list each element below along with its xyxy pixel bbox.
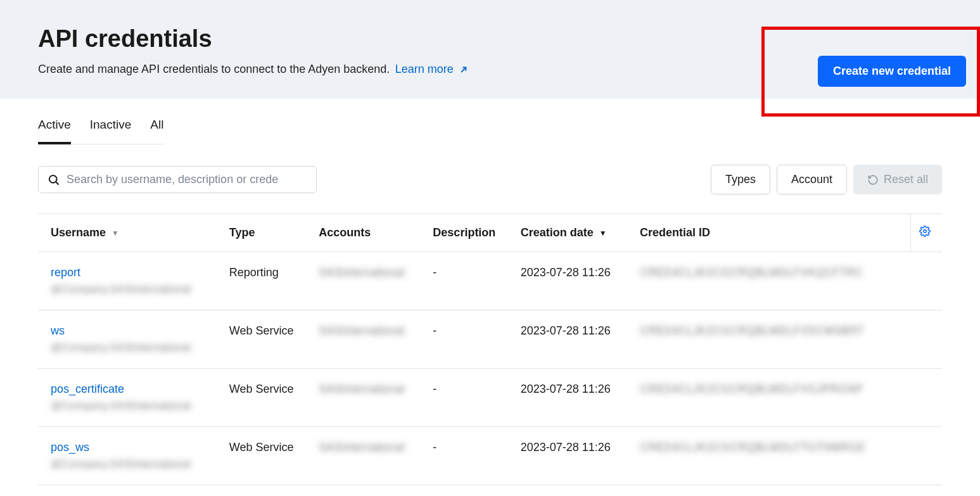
filter-group: Types Account Reset all [711,165,942,194]
reset-icon [867,174,879,186]
reset-all-button[interactable]: Reset all [853,165,942,194]
cell-accounts: SASInternational [312,369,426,427]
cell-accounts: SASInternational [312,310,426,369]
username-suffix: @Company.SASInternational [51,400,217,412]
col-description[interactable]: Description [426,214,514,252]
cell-accounts: SASInternational [312,427,426,485]
col-username[interactable]: Username ▼ [38,214,223,252]
filter-account-button[interactable]: Account [777,165,847,194]
username-link[interactable]: report [51,266,80,279]
cell-creation-date: 2023-07-28 11:26 [514,369,633,427]
filter-types-button[interactable]: Types [711,165,770,194]
table-row[interactable]: pos_certificate @Company.SASInternationa… [38,369,942,427]
col-creation-date[interactable]: Creation date ▼ [514,214,633,252]
sort-caret-icon: ▼ [111,229,119,238]
page-subtitle: Create and manage API credentials to con… [38,63,390,75]
table-row[interactable]: report @Company.SASInternational Reporti… [38,252,942,310]
search-input[interactable] [67,173,307,186]
tab-all[interactable]: All [150,118,163,144]
tab-active[interactable]: Active [38,118,71,144]
gear-icon [919,226,931,237]
page-title: API credentials [38,25,942,53]
username-suffix: @Company.SASInternational [51,283,217,296]
cell-credential-id: CRED4CLJK2CGCRQBLMDLFVKQCFTRC [633,252,910,310]
external-link-icon: ➔ [456,62,471,77]
svg-point-0 [49,175,57,182]
cell-type: Web Service [223,310,312,369]
col-credential-id[interactable]: Credential ID [633,214,910,252]
tabs: Active Inactive All [38,99,165,144]
col-accounts[interactable]: Accounts [312,214,426,252]
create-credential-button[interactable]: Create new credential [818,56,966,87]
controls-row: Types Account Reset all [38,165,942,194]
svg-line-1 [56,182,58,184]
cell-creation-date: 2023-07-28 11:26 [514,427,633,485]
cell-credential-id: CRED4CLJK2CGCRQBLMDLFVDCMSBRT [633,310,910,369]
tab-inactive[interactable]: Inactive [90,118,131,144]
cell-description: - [426,427,514,485]
search-icon [48,174,60,186]
table-row[interactable]: pos_ws @Company.SASInternational Web Ser… [38,427,942,485]
cell-empty [910,310,942,369]
cell-description: - [426,369,514,427]
username-suffix: @Company.SASInternational [51,341,217,354]
cell-credential-id: CRED4CLJK2CGCRQBLMDLFTGTNMRGE [633,427,910,485]
cell-empty [910,252,942,310]
reset-label: Reset all [884,173,928,186]
sort-caret-icon: ▼ [599,229,607,238]
page-header: API credentials Create and manage API cr… [0,0,980,99]
learn-more-text: Learn more [395,63,454,75]
col-username-label: Username [51,226,106,239]
col-type[interactable]: Type [223,214,312,252]
cell-description: - [426,310,514,369]
cell-description: - [426,252,514,310]
cell-type: Reporting [223,252,312,310]
table-row[interactable]: ws @Company.SASInternational Web Service… [38,310,942,369]
username-link[interactable]: pos_certificate [51,383,124,395]
subtitle-row: Create and manage API credentials to con… [38,63,942,76]
username-link[interactable]: pos_ws [51,441,89,454]
cell-type: Web Service [223,369,312,427]
credentials-table: Username ▼ Type Accounts Description Cre… [38,213,942,485]
svg-point-2 [924,230,927,233]
username-link[interactable]: ws [51,324,65,337]
col-settings[interactable] [910,214,942,252]
cell-accounts: SASInternational [312,252,426,310]
cell-creation-date: 2023-07-28 11:26 [514,252,633,310]
cell-empty [910,369,942,427]
cell-creation-date: 2023-07-28 11:26 [514,310,633,369]
col-creation-date-label: Creation date [521,226,594,239]
cell-empty [910,427,942,485]
cell-credential-id: CRED4CLJK2CGCRQBLMDLFVGJPRGNP [633,369,910,427]
search-box[interactable] [38,166,317,193]
username-suffix: @Company.SASInternational [51,458,217,471]
learn-more-link[interactable]: Learn more ➔ [395,63,468,75]
cell-type: Web Service [223,427,312,485]
